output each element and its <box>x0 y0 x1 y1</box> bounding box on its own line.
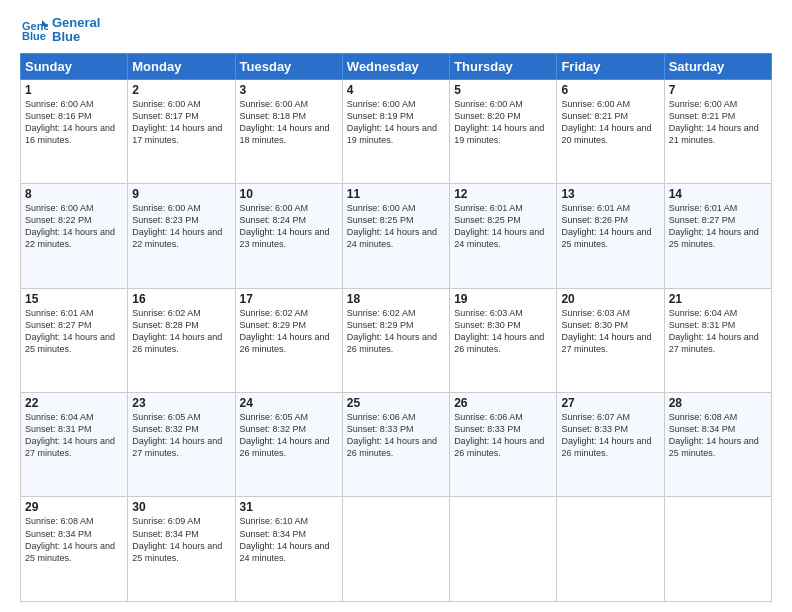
day-detail: Sunrise: 6:02 AMSunset: 8:28 PMDaylight:… <box>132 307 230 356</box>
day-number: 2 <box>132 83 230 97</box>
calendar-day-cell: 7 Sunrise: 6:00 AMSunset: 8:21 PMDayligh… <box>664 79 771 183</box>
day-detail: Sunrise: 6:00 AMSunset: 8:20 PMDaylight:… <box>454 98 552 147</box>
day-number: 18 <box>347 292 445 306</box>
day-number: 11 <box>347 187 445 201</box>
header: General Blue GeneralBlue <box>20 16 772 45</box>
day-detail: Sunrise: 6:00 AMSunset: 8:21 PMDaylight:… <box>669 98 767 147</box>
calendar-day-cell: 6 Sunrise: 6:00 AMSunset: 8:21 PMDayligh… <box>557 79 664 183</box>
day-detail: Sunrise: 6:07 AMSunset: 8:33 PMDaylight:… <box>561 411 659 460</box>
calendar-day-cell: 21 Sunrise: 6:04 AMSunset: 8:31 PMDaylig… <box>664 288 771 392</box>
calendar-body: 1 Sunrise: 6:00 AMSunset: 8:16 PMDayligh… <box>21 79 772 601</box>
day-number: 21 <box>669 292 767 306</box>
day-number: 12 <box>454 187 552 201</box>
calendar-day-cell: 17 Sunrise: 6:02 AMSunset: 8:29 PMDaylig… <box>235 288 342 392</box>
calendar-day-cell: 16 Sunrise: 6:02 AMSunset: 8:28 PMDaylig… <box>128 288 235 392</box>
day-of-week-header: Saturday <box>664 53 771 79</box>
day-number: 31 <box>240 500 338 514</box>
calendar-day-cell: 5 Sunrise: 6:00 AMSunset: 8:20 PMDayligh… <box>450 79 557 183</box>
calendar-day-cell: 12 Sunrise: 6:01 AMSunset: 8:25 PMDaylig… <box>450 184 557 288</box>
day-number: 5 <box>454 83 552 97</box>
day-detail: Sunrise: 6:00 AMSunset: 8:25 PMDaylight:… <box>347 202 445 251</box>
day-detail: Sunrise: 6:00 AMSunset: 8:18 PMDaylight:… <box>240 98 338 147</box>
day-detail: Sunrise: 6:01 AMSunset: 8:27 PMDaylight:… <box>669 202 767 251</box>
day-detail: Sunrise: 6:00 AMSunset: 8:17 PMDaylight:… <box>132 98 230 147</box>
calendar-day-cell: 15 Sunrise: 6:01 AMSunset: 8:27 PMDaylig… <box>21 288 128 392</box>
day-detail: Sunrise: 6:04 AMSunset: 8:31 PMDaylight:… <box>669 307 767 356</box>
calendar-day-cell: 2 Sunrise: 6:00 AMSunset: 8:17 PMDayligh… <box>128 79 235 183</box>
calendar-day-cell: 10 Sunrise: 6:00 AMSunset: 8:24 PMDaylig… <box>235 184 342 288</box>
day-of-week-header: Wednesday <box>342 53 449 79</box>
calendar-week-row: 8 Sunrise: 6:00 AMSunset: 8:22 PMDayligh… <box>21 184 772 288</box>
day-detail: Sunrise: 6:02 AMSunset: 8:29 PMDaylight:… <box>347 307 445 356</box>
calendar-day-cell <box>450 497 557 602</box>
day-of-week-header: Thursday <box>450 53 557 79</box>
day-of-week-row: SundayMondayTuesdayWednesdayThursdayFrid… <box>21 53 772 79</box>
day-number: 28 <box>669 396 767 410</box>
day-number: 3 <box>240 83 338 97</box>
calendar-week-row: 29 Sunrise: 6:08 AMSunset: 8:34 PMDaylig… <box>21 497 772 602</box>
day-detail: Sunrise: 6:01 AMSunset: 8:25 PMDaylight:… <box>454 202 552 251</box>
calendar-day-cell: 28 Sunrise: 6:08 AMSunset: 8:34 PMDaylig… <box>664 393 771 497</box>
day-number: 7 <box>669 83 767 97</box>
calendar-day-cell: 4 Sunrise: 6:00 AMSunset: 8:19 PMDayligh… <box>342 79 449 183</box>
day-detail: Sunrise: 6:00 AMSunset: 8:16 PMDaylight:… <box>25 98 123 147</box>
svg-text:Blue: Blue <box>22 30 46 42</box>
day-detail: Sunrise: 6:00 AMSunset: 8:23 PMDaylight:… <box>132 202 230 251</box>
logo-icon: General Blue <box>20 16 48 44</box>
calendar-day-cell: 11 Sunrise: 6:00 AMSunset: 8:25 PMDaylig… <box>342 184 449 288</box>
day-number: 17 <box>240 292 338 306</box>
day-of-week-header: Tuesday <box>235 53 342 79</box>
day-number: 20 <box>561 292 659 306</box>
day-number: 8 <box>25 187 123 201</box>
day-detail: Sunrise: 6:05 AMSunset: 8:32 PMDaylight:… <box>132 411 230 460</box>
day-number: 9 <box>132 187 230 201</box>
logo-text: GeneralBlue <box>52 16 100 45</box>
calendar-table: SundayMondayTuesdayWednesdayThursdayFrid… <box>20 53 772 602</box>
day-number: 14 <box>669 187 767 201</box>
day-number: 1 <box>25 83 123 97</box>
day-detail: Sunrise: 6:00 AMSunset: 8:19 PMDaylight:… <box>347 98 445 147</box>
calendar-day-cell <box>664 497 771 602</box>
calendar-week-row: 22 Sunrise: 6:04 AMSunset: 8:31 PMDaylig… <box>21 393 772 497</box>
day-detail: Sunrise: 6:05 AMSunset: 8:32 PMDaylight:… <box>240 411 338 460</box>
day-detail: Sunrise: 6:04 AMSunset: 8:31 PMDaylight:… <box>25 411 123 460</box>
day-number: 30 <box>132 500 230 514</box>
day-number: 27 <box>561 396 659 410</box>
calendar-week-row: 15 Sunrise: 6:01 AMSunset: 8:27 PMDaylig… <box>21 288 772 392</box>
calendar-day-cell: 9 Sunrise: 6:00 AMSunset: 8:23 PMDayligh… <box>128 184 235 288</box>
calendar-day-cell: 23 Sunrise: 6:05 AMSunset: 8:32 PMDaylig… <box>128 393 235 497</box>
day-number: 25 <box>347 396 445 410</box>
day-number: 4 <box>347 83 445 97</box>
calendar-day-cell: 3 Sunrise: 6:00 AMSunset: 8:18 PMDayligh… <box>235 79 342 183</box>
calendar-page: General Blue GeneralBlue SundayMondayTue… <box>0 0 792 612</box>
day-detail: Sunrise: 6:01 AMSunset: 8:27 PMDaylight:… <box>25 307 123 356</box>
day-detail: Sunrise: 6:06 AMSunset: 8:33 PMDaylight:… <box>347 411 445 460</box>
calendar-day-cell <box>342 497 449 602</box>
calendar-day-cell: 29 Sunrise: 6:08 AMSunset: 8:34 PMDaylig… <box>21 497 128 602</box>
logo: General Blue GeneralBlue <box>20 16 100 45</box>
calendar-day-cell <box>557 497 664 602</box>
calendar-day-cell: 27 Sunrise: 6:07 AMSunset: 8:33 PMDaylig… <box>557 393 664 497</box>
day-number: 10 <box>240 187 338 201</box>
day-detail: Sunrise: 6:03 AMSunset: 8:30 PMDaylight:… <box>454 307 552 356</box>
day-detail: Sunrise: 6:09 AMSunset: 8:34 PMDaylight:… <box>132 515 230 564</box>
day-number: 19 <box>454 292 552 306</box>
day-of-week-header: Friday <box>557 53 664 79</box>
calendar-day-cell: 18 Sunrise: 6:02 AMSunset: 8:29 PMDaylig… <box>342 288 449 392</box>
calendar-day-cell: 22 Sunrise: 6:04 AMSunset: 8:31 PMDaylig… <box>21 393 128 497</box>
day-of-week-header: Monday <box>128 53 235 79</box>
calendar-day-cell: 19 Sunrise: 6:03 AMSunset: 8:30 PMDaylig… <box>450 288 557 392</box>
calendar-day-cell: 20 Sunrise: 6:03 AMSunset: 8:30 PMDaylig… <box>557 288 664 392</box>
day-detail: Sunrise: 6:00 AMSunset: 8:21 PMDaylight:… <box>561 98 659 147</box>
calendar-day-cell: 1 Sunrise: 6:00 AMSunset: 8:16 PMDayligh… <box>21 79 128 183</box>
calendar-day-cell: 26 Sunrise: 6:06 AMSunset: 8:33 PMDaylig… <box>450 393 557 497</box>
calendar-day-cell: 30 Sunrise: 6:09 AMSunset: 8:34 PMDaylig… <box>128 497 235 602</box>
calendar-day-cell: 13 Sunrise: 6:01 AMSunset: 8:26 PMDaylig… <box>557 184 664 288</box>
day-detail: Sunrise: 6:06 AMSunset: 8:33 PMDaylight:… <box>454 411 552 460</box>
day-number: 13 <box>561 187 659 201</box>
day-detail: Sunrise: 6:08 AMSunset: 8:34 PMDaylight:… <box>25 515 123 564</box>
calendar-day-cell: 25 Sunrise: 6:06 AMSunset: 8:33 PMDaylig… <box>342 393 449 497</box>
calendar-day-cell: 14 Sunrise: 6:01 AMSunset: 8:27 PMDaylig… <box>664 184 771 288</box>
day-number: 24 <box>240 396 338 410</box>
day-detail: Sunrise: 6:01 AMSunset: 8:26 PMDaylight:… <box>561 202 659 251</box>
